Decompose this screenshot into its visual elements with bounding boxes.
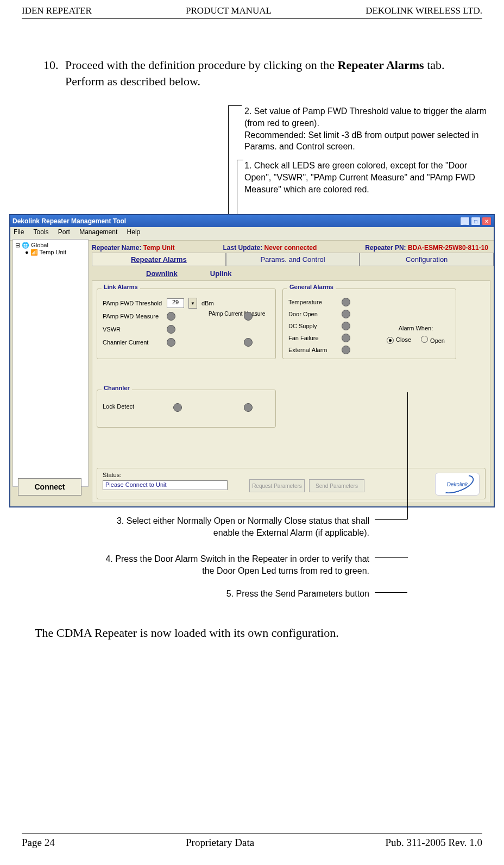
step-10: 10. Proceed with the definition procedur…	[43, 57, 455, 89]
led-external-alarm	[342, 346, 350, 354]
general-alarms-title: General Alarms	[287, 284, 336, 290]
group-channler: Channler Lock Detect	[97, 390, 276, 428]
row-channler-current: Channler Current	[103, 338, 175, 347]
titlebar: Dekolink Repeater Management Tool _ □ ×	[10, 215, 494, 227]
send-parameters-button[interactable]: Send Parameters	[309, 479, 364, 492]
led-lock-detect-dl	[173, 403, 182, 412]
tree-temp-unit[interactable]: ● 📶 Temp Unit	[15, 249, 86, 256]
repeater-name-value: Temp Unit	[143, 244, 175, 252]
callout-2: 2. Set value of Pamp FWD Threshold value…	[244, 105, 494, 152]
page-footer: Page 24 Proprietary Data Pub. 311-2005 R…	[22, 833, 482, 849]
app-screenshot: Dekolink Repeater Management Tool _ □ × …	[9, 214, 495, 507]
pamp-fwd-threshold-input[interactable]: 29	[167, 298, 184, 308]
minimize-button[interactable]: _	[460, 217, 470, 225]
radio-open[interactable]: Open	[421, 336, 445, 344]
connect-button[interactable]: Connect	[18, 478, 81, 496]
menu-management[interactable]: Management	[79, 228, 117, 236]
row-pamp-fwd-measure: PAmp FWD Measure	[103, 312, 175, 321]
led-lock-detect-ul	[244, 403, 253, 412]
repeater-alarms-bold: Repeater Alarms	[338, 58, 424, 72]
group-link-alarms: Link Alarms PAmp FWD Threshold 29 ▼ dBm …	[97, 289, 276, 359]
tab-params-control[interactable]: Params. and Control	[226, 253, 360, 266]
request-parameters-button[interactable]: Request Parameters	[249, 479, 305, 492]
subtab-downlink[interactable]: Downlink	[146, 269, 178, 278]
led-channler-current-dl	[167, 338, 175, 347]
repeater-name-label: Repeater Name:	[92, 244, 141, 252]
main-tabs: Repeater Alarms Params. and Control Conf…	[92, 253, 494, 266]
led-pamp-current-measure	[244, 312, 253, 321]
maximize-button[interactable]: □	[471, 217, 481, 225]
alarm-when: Alarm When: Close Open	[387, 325, 445, 344]
row-pamp-fwd-threshold: PAmp FWD Threshold 29 ▼ dBm	[103, 298, 214, 309]
header-left: IDEN REPEATER	[22, 5, 92, 16]
pamp-current-measure-label: PAmp Current Measure	[209, 311, 265, 317]
tree-global[interactable]: ⊟ 🌐 Global	[15, 242, 86, 249]
menu-help[interactable]: Help	[127, 228, 141, 236]
status-label: Status:	[103, 472, 121, 478]
step-number: 10.	[43, 57, 65, 89]
header-right: DEKOLINK WIRELESS LTD.	[366, 5, 482, 16]
last-update-value: Never connected	[264, 244, 317, 252]
menu-port[interactable]: Port	[58, 228, 70, 236]
header-center: PRODUCT MANUAL	[186, 5, 272, 16]
callout-3: 3. Select either Normally Open or Normal…	[98, 515, 369, 538]
pamp-fwd-threshold-dropdown[interactable]: ▼	[188, 298, 197, 309]
led-vswr	[167, 325, 175, 334]
status-bar: Status: Please Connect to Unit Request P…	[97, 468, 486, 499]
menu-file[interactable]: File	[14, 228, 24, 236]
step-text: Proceed with the definition procedure by…	[65, 57, 455, 89]
footer-left: Page 24	[22, 837, 55, 849]
status-field: Please Connect to Unit	[103, 480, 228, 490]
radio-close[interactable]: Close	[387, 336, 411, 344]
led-dc-supply	[342, 322, 350, 330]
footer-center: Proprietary Data	[186, 837, 254, 849]
led-pamp-fwd-measure	[167, 312, 175, 321]
panel-area: Link Alarms PAmp FWD Threshold 29 ▼ dBm …	[92, 280, 490, 503]
tab-configuration[interactable]: Configuration	[360, 253, 494, 266]
footer-right: Pub. 311-2005 Rev. 1.0	[385, 837, 482, 849]
led-fan-failure	[342, 334, 350, 342]
menu-tools[interactable]: Tools	[33, 228, 48, 236]
led-temperature	[342, 298, 350, 306]
subtab-uplink[interactable]: Uplink	[210, 269, 232, 278]
dekolink-logo: Dekolink	[435, 473, 480, 496]
row-vswr: VSWR	[103, 325, 175, 334]
led-channler-current-ul	[244, 338, 253, 347]
repeater-pn-value: BDA-ESMR-25W80-811-10	[408, 244, 488, 252]
led-door-open	[342, 310, 350, 318]
tree-view[interactable]: ⊟ 🌐 Global ● 📶 Temp Unit	[12, 239, 89, 487]
repeater-pn-label: Repeater PN:	[365, 244, 406, 252]
channler-title: Channler	[102, 385, 132, 391]
callout-4: 4. Press the Door Alarm Switch in the Re…	[98, 553, 369, 576]
callout-1: 1. Check all LEDS are green colored, exc…	[244, 160, 494, 195]
last-update-label: Last Update:	[223, 244, 263, 252]
tab-repeater-alarms[interactable]: Repeater Alarms	[92, 253, 226, 266]
close-button[interactable]: ×	[482, 217, 492, 225]
group-general-alarms: General Alarms Temperature Door Open DC …	[282, 289, 456, 359]
app-title: Dekolink Repeater Management Tool	[12, 217, 126, 225]
callout-5: 5. Press the Send Parameters button	[98, 588, 369, 600]
page-header: IDEN REPEATER PRODUCT MANUAL DEKOLINK WI…	[22, 0, 482, 19]
post-text: The CDMA Repeater is now loaded with its…	[35, 626, 455, 640]
link-alarms-title: Link Alarms	[102, 284, 140, 290]
